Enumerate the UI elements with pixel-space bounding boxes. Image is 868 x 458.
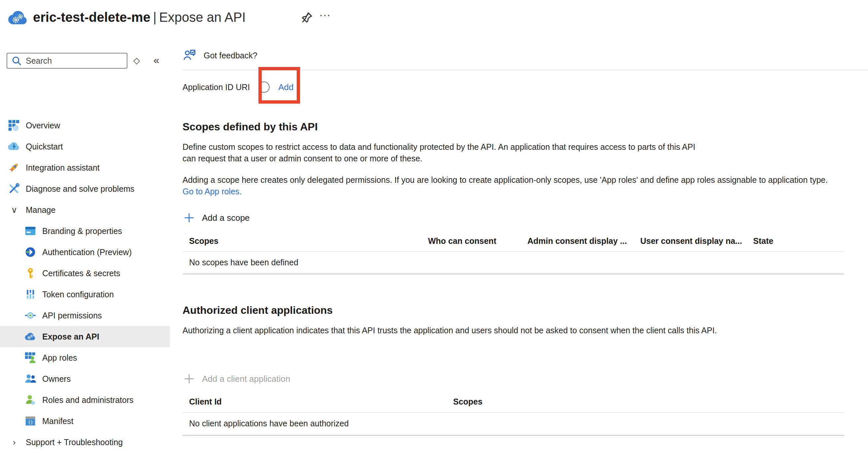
add-a-client-application-button[interactable]: Add a client application	[184, 372, 290, 385]
sidebar-item-label: API permissions	[42, 311, 102, 320]
sidebar-group-label: Manage	[26, 205, 56, 215]
sidebar-item-label: Expose an API	[42, 332, 99, 341]
app-registration-cloud-icon	[7, 8, 29, 27]
clients-col-scopes: Scopes	[453, 397, 483, 406]
sidebar-item-diagnose[interactable]: Diagnose and solve problems	[0, 178, 170, 199]
search-input[interactable]	[7, 53, 127, 69]
add-a-scope-button[interactable]: Add a scope	[184, 211, 250, 224]
feedback-icon	[183, 47, 197, 63]
collapse-menu-icon[interactable]: «	[153, 54, 159, 66]
plus-icon	[184, 373, 195, 384]
scopes-col-who-can-consent: Who can consent	[428, 236, 496, 246]
sidebar-item-token-configuration[interactable]: Token configuration	[0, 284, 170, 305]
sidebar-group-support-troubleshooting[interactable]: › Support + Troubleshooting	[0, 432, 170, 453]
resource-menu: ◇ « Overview Quickstart	[0, 46, 170, 458]
sidebar-group-label: Support + Troubleshooting	[26, 437, 123, 447]
toolbar-divider	[183, 70, 868, 70]
overview-icon	[8, 120, 20, 131]
scopes-col-admin-consent-display: Admin consent display ...	[527, 236, 627, 246]
add-a-scope-label: Add a scope	[202, 213, 250, 223]
title-separator: |	[151, 10, 159, 25]
authorized-clients-title: Authorized client applications	[183, 304, 333, 317]
chevron-right-icon: ›	[8, 437, 20, 448]
rocket-icon	[8, 162, 20, 173]
expose-api-cloud-icon	[24, 331, 36, 342]
scopes-section-note: Adding a scope here creates only delegat…	[183, 174, 841, 197]
scopes-section-description: Define custom scopes to restrict access …	[183, 141, 707, 164]
manifest-icon: {}	[24, 415, 36, 427]
sidebar-item-owners[interactable]: Owners	[0, 368, 170, 389]
sidebar-item-api-permissions[interactable]: API permissions	[0, 305, 170, 326]
svg-text:{}: {}	[28, 420, 33, 425]
sidebar-item-label: Authentication (Preview)	[42, 248, 132, 257]
go-to-app-roles-link[interactable]: Go to App roles.	[183, 187, 242, 196]
add-application-id-uri-link[interactable]: Add	[278, 82, 293, 92]
feedback-label: Got feedback?	[204, 51, 257, 60]
sidebar-group-manage[interactable]: ∨ Manage	[0, 199, 170, 221]
more-options-icon[interactable]: ...	[319, 6, 337, 22]
scopes-empty-message: No scopes have been defined	[189, 258, 298, 267]
sidebar-item-label: Overview	[26, 121, 60, 130]
sidebar-item-label: Token configuration	[42, 290, 114, 299]
authentication-icon	[24, 246, 36, 258]
scopes-table-header-divider	[183, 251, 844, 252]
owners-people-icon	[24, 373, 36, 385]
chevron-down-icon: ∨	[8, 205, 20, 215]
sidebar-item-overview[interactable]: Overview	[0, 115, 170, 136]
token-bars-icon	[24, 288, 36, 300]
clients-table-bottom-divider	[183, 435, 844, 436]
search-icon	[11, 56, 23, 67]
application-id-uri-row: Application ID URI Add	[183, 79, 294, 95]
scopes-col-scopes: Scopes	[189, 236, 218, 246]
sidebar-item-label: Owners	[42, 374, 71, 384]
blade-name: Expose an API	[159, 10, 246, 25]
sidebar-item-roles-administrators[interactable]: Roles and administrators	[0, 389, 170, 411]
info-icon	[258, 81, 270, 93]
application-id-uri-label: Application ID URI	[183, 83, 250, 92]
sidebar-item-label: App roles	[42, 353, 77, 363]
expose-an-api-page: eric-test-delete-me|Expose an API ... ◇ …	[0, 0, 868, 458]
scopes-section-title: Scopes defined by this API	[183, 121, 318, 133]
roles-admin-icon	[24, 394, 36, 406]
sidebar-item-label: Quickstart	[26, 142, 63, 152]
scopes-col-user-consent-display: User consent display na...	[640, 236, 742, 246]
page-header: eric-test-delete-me|Expose an API ...	[0, 0, 868, 46]
sidebar-item-authentication[interactable]: Authentication (Preview)	[0, 241, 170, 263]
sidebar-item-app-roles[interactable]: App roles	[0, 347, 170, 368]
sidebar-item-certificates-secrets[interactable]: Certificates & secrets	[0, 263, 170, 284]
sidebar-item-branding-properties[interactable]: Branding & properties	[0, 221, 170, 241]
scopes-col-state: State	[753, 236, 773, 246]
page-title: eric-test-delete-me|Expose an API	[33, 8, 246, 26]
add-a-client-application-label: Add a client application	[202, 374, 290, 384]
sidebar-item-manifest[interactable]: {} Manifest	[0, 411, 170, 432]
sidebar-item-expose-an-api[interactable]: Expose an API	[0, 326, 170, 347]
sidebar-item-quickstart[interactable]: Quickstart	[0, 136, 170, 157]
pin-icon[interactable]	[299, 10, 314, 26]
scopes-note-text: Adding a scope here creates only delegat…	[183, 175, 828, 185]
sidebar-item-label: Manifest	[42, 417, 73, 426]
sidebar-item-label: Roles and administrators	[42, 395, 134, 405]
tools-icon	[8, 183, 20, 195]
clients-empty-message: No client applications have been authori…	[189, 419, 349, 428]
sidebar-item-label: Integration assistant	[26, 163, 100, 172]
key-icon	[24, 267, 36, 279]
sidebar-item-label: Diagnose and solve problems	[26, 184, 134, 194]
clients-table-header-divider	[183, 412, 844, 413]
sidebar-item-integration-assistant[interactable]: Integration assistant	[0, 157, 170, 178]
app-name: eric-test-delete-me	[33, 10, 151, 25]
sidebar-item-label: Certificates & secrets	[42, 269, 120, 278]
resize-menu-icon[interactable]: ◇	[133, 56, 140, 66]
plus-icon	[184, 212, 195, 223]
menu-search	[7, 53, 127, 69]
quickstart-icon	[8, 140, 20, 153]
app-roles-icon	[24, 352, 36, 364]
scopes-table-bottom-divider	[183, 273, 844, 274]
authorized-clients-description: Authorizing a client application indicat…	[183, 325, 731, 336]
clients-col-client-id: Client Id	[189, 397, 222, 406]
sidebar-item-label: Branding & properties	[42, 226, 122, 236]
api-permissions-icon	[24, 309, 36, 321]
browser-window-icon	[24, 225, 36, 237]
got-feedback-button[interactable]: Got feedback?	[183, 47, 257, 63]
